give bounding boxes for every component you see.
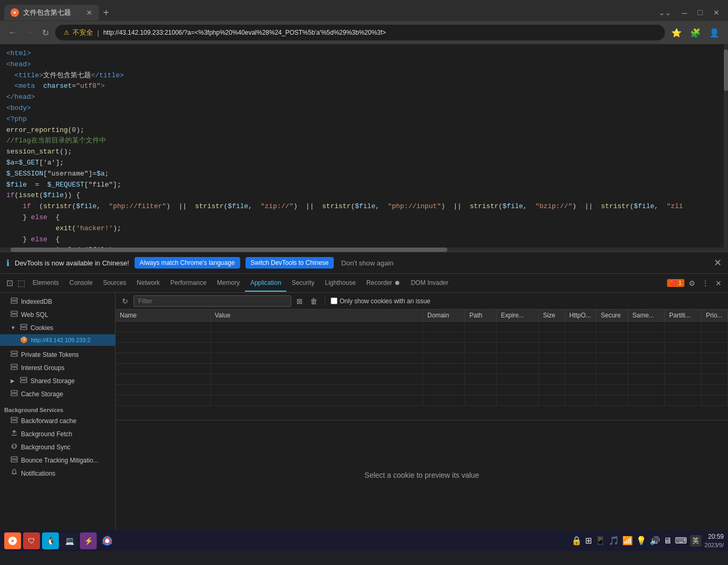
svg-rect-14	[11, 394, 17, 396]
refresh-button[interactable]: ↻	[120, 296, 130, 306]
bookmark-icon[interactable]: ⭐	[669, 26, 684, 40]
forward-button[interactable]: →	[23, 26, 36, 39]
tab-sources[interactable]: Sources	[98, 275, 131, 292]
svg-rect-13	[11, 391, 17, 393]
tab-security[interactable]: Security	[286, 275, 320, 292]
settings-icon[interactable]: ⚙	[686, 277, 698, 290]
col-header-domain[interactable]: Domain	[423, 310, 465, 322]
sidebar-item-indexeddb[interactable]: IndexedDB	[0, 295, 115, 308]
col-header-parti[interactable]: Partiti...	[665, 310, 702, 322]
taskbar-lang-indicator[interactable]: 英	[690, 535, 701, 547]
col-header-expires[interactable]: Expire...	[497, 310, 539, 322]
col-header-httpo[interactable]: HttpO...	[565, 310, 597, 322]
tab-memory[interactable]: Memory	[212, 275, 245, 292]
table-row[interactable]	[116, 374, 728, 385]
tab-recorder[interactable]: Recorder ⏺	[361, 275, 406, 292]
col-header-name[interactable]: Name	[116, 310, 210, 322]
sidebar-item-cookie-url[interactable]: 🍪 http://43.142.109.233:2	[0, 334, 115, 346]
col-header-same[interactable]: Same...	[628, 310, 665, 322]
inspect-icon[interactable]: ⬚	[15, 276, 27, 290]
close-button[interactable]: ✕	[709, 6, 724, 19]
active-tab[interactable]: 文件包含第七题 ✕	[4, 5, 99, 20]
start-button[interactable]	[4, 532, 21, 549]
sidebar-item-cookies[interactable]: ▼ Cookies	[0, 321, 115, 334]
minimize-button[interactable]: –	[678, 5, 691, 20]
delete-cookies-button[interactable]: 🗑	[308, 296, 320, 306]
back-button[interactable]: ←	[6, 26, 19, 39]
code-line-15: $file = $_REQUEST["file"];	[6, 180, 722, 191]
table-row[interactable]	[116, 364, 728, 374]
match-language-button[interactable]: Always match Chrome's language	[135, 257, 240, 269]
backforward-label: Back/forward cache	[21, 417, 76, 425]
clear-filter-icon[interactable]: ⊠	[294, 296, 305, 306]
notify-close-button[interactable]: ✕	[714, 257, 722, 269]
sidebar-item-cache-storage[interactable]: Cache Storage	[0, 387, 115, 400]
table-row[interactable]	[116, 353, 728, 364]
col-header-prio[interactable]: Prio...	[702, 310, 728, 322]
extension-puzzle-icon[interactable]: 🧩	[688, 26, 703, 40]
taskbar-icon-pycharm[interactable]: 💻	[61, 532, 78, 549]
dont-show-again-button[interactable]: Don't show again	[341, 259, 393, 267]
close-devtools-icon[interactable]: ✕	[713, 277, 724, 290]
taskbar-icon-qq[interactable]: 🐧	[42, 532, 59, 549]
svg-rect-12	[20, 381, 27, 383]
tab-console[interactable]: Console	[64, 275, 98, 292]
maximize-button[interactable]: □	[693, 6, 707, 19]
taskbar-icon-antivirus[interactable]: 🛡	[23, 532, 40, 549]
show-issues-checkbox[interactable]: Only show cookies with an issue	[331, 297, 430, 305]
time-display: 20:59 2023/9/	[704, 533, 724, 549]
cookie-preview-text: Select a cookie to preview its value	[116, 471, 728, 479]
expand-tabs-icon[interactable]: ⌄⌄	[654, 6, 675, 19]
address-input[interactable]: ⚠ 不安全 | http://43.142.109.233:21006/?a=<…	[55, 25, 665, 40]
tab-network[interactable]: Network	[131, 275, 165, 292]
bg-sync-icon	[11, 443, 18, 451]
vertical-scrollbar[interactable]	[724, 44, 728, 252]
interest-groups-icon	[11, 363, 18, 372]
tab-dom-invader[interactable]: DOM Invader	[406, 275, 454, 292]
cache-storage-label: Cache Storage	[21, 391, 63, 398]
sidebar-item-notifications[interactable]: Notifications	[0, 467, 115, 480]
sidebar-item-shared-storage[interactable]: ▶ Shared Storage	[0, 374, 115, 387]
new-tab-button[interactable]: +	[101, 5, 111, 21]
col-header-path[interactable]: Path	[465, 310, 497, 322]
sidebar-item-interest-groups[interactable]: Interest Groups	[0, 361, 115, 374]
taskbar-right-area: 🔒 ⊞ 📱 🎵 📶 💡 🔊 🖥 ⌨ 英 20:59 2023/9/	[571, 533, 724, 549]
sidebar-item-backforward[interactable]: Back/forward cache	[0, 414, 115, 427]
switch-chinese-button[interactable]: Switch DevTools to Chinese	[245, 257, 334, 269]
code-line-20: } else {	[6, 234, 722, 245]
tab-elements[interactable]: Elements	[27, 275, 64, 292]
sidebar-item-bg-fetch[interactable]: Background Fetch	[0, 427, 115, 440]
table-row[interactable]	[116, 395, 728, 406]
dock-icon[interactable]: ⊡	[4, 276, 15, 290]
table-row[interactable]	[116, 322, 728, 332]
col-header-size[interactable]: Size	[539, 310, 565, 322]
sidebar-item-websql[interactable]: Web SQL	[0, 308, 115, 321]
sidebar-item-private-state[interactable]: Private State Tokens	[0, 348, 115, 361]
private-state-icon	[11, 350, 18, 359]
code-line-16: if(isset($file)) {	[6, 190, 722, 201]
tab-lighthouse[interactable]: Lighthouse	[320, 275, 361, 292]
table-row[interactable]	[116, 385, 728, 395]
profile-icon[interactable]: 👤	[707, 26, 722, 40]
tab-performance[interactable]: Performance	[165, 275, 212, 292]
col-header-secure[interactable]: Secure	[597, 310, 628, 322]
more-options-icon[interactable]: ⋮	[700, 277, 711, 290]
taskbar-icon-bolt[interactable]: ⚡	[80, 532, 97, 549]
notifications-label: Notifications	[21, 470, 55, 477]
sidebar-item-bounce[interactable]: Bounce Tracking Mitigatio...	[0, 454, 115, 467]
tab-application[interactable]: Application	[245, 275, 286, 292]
horizontal-scrollbar[interactable]	[0, 248, 728, 252]
taskbar-phone-icon: 📱	[595, 536, 606, 546]
reload-button[interactable]: ↻	[40, 26, 51, 40]
sidebar-item-bg-sync[interactable]: Background Sync	[0, 440, 115, 454]
table-row[interactable]	[116, 332, 728, 343]
security-warning-label: 不安全	[73, 28, 93, 37]
taskbar-icon-chrome[interactable]	[99, 532, 116, 549]
table-row[interactable]	[116, 343, 728, 353]
taskbar-vpn-icon: 💡	[636, 536, 647, 546]
privacy-section: Private State Tokens Interest Groups ▶	[0, 348, 115, 400]
issues-checkbox-input[interactable]	[331, 297, 337, 304]
col-header-value[interactable]: Value	[210, 310, 423, 322]
filter-input[interactable]	[134, 295, 291, 307]
close-tab-button[interactable]: ✕	[86, 8, 93, 17]
